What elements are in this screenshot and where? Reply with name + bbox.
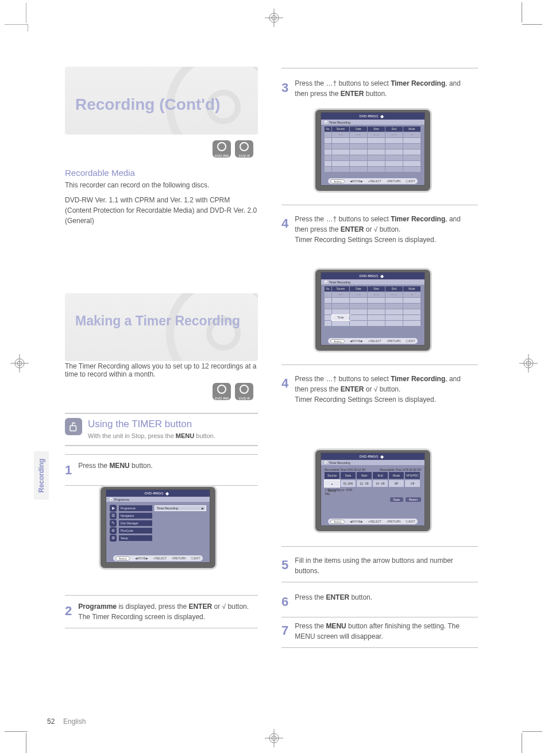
section-title: Recording (Cont'd) xyxy=(75,95,220,114)
section-banner: Making a Timer Recording xyxy=(65,293,258,361)
disc-type-badges: DVD-RW DVD-R xyxy=(213,383,256,401)
section-banner: Recording (Cont'd) xyxy=(65,67,258,135)
section-title: Making a Timer Recording xyxy=(75,313,240,329)
programme-icon: ▶ xyxy=(110,505,117,512)
crop-mark xyxy=(522,731,542,732)
navigation-icon: ☰ xyxy=(110,512,117,519)
crop-mark xyxy=(26,3,26,23)
tv-screen-main-menu: DVD-RW(V)◆ ▸Programme ▶ProgrammeTimer Re… xyxy=(99,485,217,570)
button-press-icon xyxy=(65,418,82,435)
registration-mark-icon xyxy=(265,9,283,27)
using-timer-heading: Using the TIMER button With the unit in … xyxy=(88,418,215,440)
step-6: 6 Press the ENTER button. xyxy=(281,586,478,617)
disc-manager-icon: ✎ xyxy=(110,520,117,527)
step-4: 4 Press the …† buttons to select Timer R… xyxy=(281,208,478,251)
step-7: 7 Press the MENU button after finishing … xyxy=(281,615,478,648)
crop-mark xyxy=(26,733,26,753)
crop-mark xyxy=(5,24,28,32)
svg-rect-16 xyxy=(70,426,76,431)
dvd-r-badge: DVD-R xyxy=(235,383,253,400)
dvd-rw-badge: DVD-RW xyxy=(213,140,231,158)
tv-screen-timer-list: DVD-RW(V)◆ ▸Timer Recording No.SourceDat… xyxy=(314,108,432,193)
step-5: 5 Fill in the items using the arrow butt… xyxy=(281,550,478,582)
registration-mark-icon xyxy=(519,354,538,373)
disc-type-badges: DVD-RW DVD-R xyxy=(213,140,256,159)
step-4b: 4 Press the …† buttons to select Timer R… xyxy=(281,368,478,410)
step-2: 2 Programme is displayed, press the ENTE… xyxy=(65,595,258,628)
crop-mark xyxy=(522,733,522,753)
dvd-r-badge: DVD-R xyxy=(235,140,253,158)
step-1: 1 Press the MENU button. xyxy=(65,454,258,486)
tv-screen-timer-settings: DVD-RW(V)◆ ▸Timer Recording Recordable T… xyxy=(314,448,432,533)
recordable-media-text: Recordable Media This recorder can recor… xyxy=(65,167,258,226)
registration-mark-icon xyxy=(265,729,283,747)
crop-mark xyxy=(522,2,522,22)
dvd-rw-badge: DVD-RW xyxy=(213,383,231,400)
registration-mark-icon xyxy=(10,354,29,373)
page-number: 52 xyxy=(47,717,55,726)
crop-mark xyxy=(5,731,28,732)
page-section-label: English xyxy=(63,717,86,726)
pluscode-icon: ⊚ xyxy=(110,527,117,534)
crop-mark xyxy=(522,24,542,25)
timer-intro-text: The Timer Recording allows you to set up… xyxy=(65,362,258,378)
setup-icon: ⚙ xyxy=(110,535,117,542)
tv-screen-timer-list-selected: DVD-RW(V)◆ ▸Timer Recording No.SourceDat… xyxy=(314,268,432,352)
side-tab-recording: Recording xyxy=(34,451,49,500)
step-3: 3 Press the …† buttons to select Timer R… xyxy=(281,72,478,105)
